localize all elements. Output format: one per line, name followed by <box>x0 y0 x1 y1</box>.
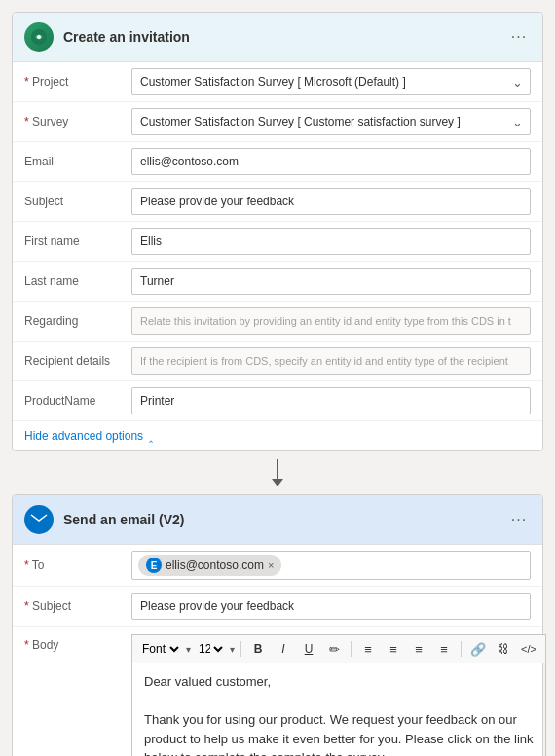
firstname-input[interactable] <box>131 228 531 255</box>
project-row: Project Customer Satisfaction Survey [ M… <box>13 62 542 102</box>
subject-label: Subject <box>24 195 131 208</box>
to-row: To E ellis@contoso.com × <box>13 545 542 587</box>
font-size-select[interactable]: 12 <box>195 641 226 657</box>
email-label: Email <box>24 155 131 168</box>
lastname-label: Last name <box>24 274 131 288</box>
survey-card: Create an invitation ··· Project Custome… <box>12 12 543 451</box>
lastname-row: Last name <box>13 262 542 302</box>
arrow-head <box>272 479 283 486</box>
link-button[interactable]: 🔗 <box>467 638 489 660</box>
recipient-details-input[interactable] <box>131 347 531 375</box>
toolbar-separator-3 <box>461 641 462 657</box>
email-subject-row: Subject <box>13 587 542 627</box>
email-subject-input[interactable] <box>131 593 531 620</box>
subject-input[interactable] <box>131 188 531 215</box>
recipient-details-label: Recipient details <box>24 354 131 368</box>
email-input[interactable] <box>131 148 531 175</box>
survey-card-body: Project Customer Satisfaction Survey [ M… <box>13 62 542 450</box>
email-tag-avatar: E <box>146 558 162 573</box>
toolbar-separator-1 <box>240 641 241 657</box>
email-card: Send an email (V2) ··· To E ellis@contos… <box>12 494 543 756</box>
arrow-stem <box>277 459 278 479</box>
bold-button[interactable]: B <box>247 638 269 660</box>
unlink-button[interactable]: ⛓ <box>493 638 514 660</box>
regarding-input[interactable] <box>131 307 531 335</box>
svg-rect-2 <box>31 514 47 525</box>
survey-row: Survey Customer Satisfaction Survey [ Cu… <box>13 102 542 142</box>
body-editor-content[interactable]: Dear valued customer, Thank you for usin… <box>131 663 546 756</box>
survey-dropdown-wrapper: Customer Satisfaction Survey [ Customer … <box>131 108 531 135</box>
ordered-list-button[interactable]: ≡ <box>357 638 379 660</box>
connector-arrow <box>12 451 543 494</box>
subject-row: Subject <box>13 182 542 222</box>
body-line2: Thank you for using our product. We requ… <box>144 710 534 756</box>
underline-button[interactable]: U <box>298 638 319 660</box>
fontsize-dropdown-icon: ▾ <box>230 644 235 655</box>
productname-input[interactable] <box>131 387 531 414</box>
email-card-header: Send an email (V2) ··· <box>13 495 542 545</box>
firstname-row: First name <box>13 222 542 262</box>
align-right-button[interactable]: ≡ <box>433 638 455 660</box>
regarding-label: Regarding <box>24 314 131 328</box>
to-input-wrapper[interactable]: E ellis@contoso.com × <box>131 551 531 580</box>
body-line1: Dear valued customer, <box>144 672 534 692</box>
project-dropdown[interactable]: Customer Satisfaction Survey [ Microsoft… <box>131 68 531 95</box>
email-tag-close-icon[interactable]: × <box>268 559 274 571</box>
project-label: Project <box>24 75 131 89</box>
email-subject-label: Subject <box>24 599 131 613</box>
survey-card-title: Create an invitation <box>63 29 507 45</box>
lastname-input[interactable] <box>131 268 531 295</box>
arrow-line <box>272 459 283 486</box>
firstname-label: First name <box>24 234 131 248</box>
italic-button[interactable]: I <box>273 638 294 660</box>
survey-dropdown[interactable]: Customer Satisfaction Survey [ Customer … <box>131 108 531 135</box>
font-dropdown-icon: ▾ <box>186 644 191 655</box>
code-button[interactable]: </> <box>518 638 539 660</box>
project-dropdown-wrapper: Customer Satisfaction Survey [ Microsoft… <box>131 68 531 95</box>
survey-label: Survey <box>24 115 131 128</box>
svg-point-1 <box>37 35 41 39</box>
survey-card-header: Create an invitation ··· <box>13 13 542 62</box>
body-toolbar: Font ▾ 12 ▾ B I U ✏ ≡ ≡ ≡ ≡ <box>131 634 546 663</box>
body-label: Body <box>24 634 131 652</box>
font-select[interactable]: Font <box>138 641 182 657</box>
productname-label: ProductName <box>24 394 131 408</box>
toolbar-separator-2 <box>351 641 352 657</box>
email-card-title: Send an email (V2) <box>63 512 507 527</box>
highlight-button[interactable]: ✏ <box>323 638 345 660</box>
to-label: To <box>24 558 131 572</box>
email-row: Email <box>13 142 542 182</box>
hide-advanced-options-toggle[interactable]: Hide advanced options ‸ <box>13 421 542 450</box>
body-row: Body Font ▾ 12 ▾ B I U ✏ <box>13 627 542 756</box>
hide-advanced-label: Hide advanced options <box>24 429 143 443</box>
email-card-icon <box>24 505 54 534</box>
email-tag-text: ellis@contoso.com <box>166 558 264 572</box>
survey-card-menu-button[interactable]: ··· <box>507 25 531 49</box>
email-card-body: To E ellis@contoso.com × Subject Body <box>13 545 542 756</box>
productname-row: ProductName <box>13 381 542 421</box>
survey-card-icon <box>24 22 54 52</box>
email-tag: E ellis@contoso.com × <box>138 555 281 576</box>
body-editor-section: Font ▾ 12 ▾ B I U ✏ ≡ ≡ ≡ ≡ <box>131 634 546 756</box>
recipient-details-row: Recipient details <box>13 342 542 381</box>
email-card-menu-button[interactable]: ··· <box>507 508 531 531</box>
align-left-button[interactable]: ≡ <box>408 638 429 660</box>
unordered-list-button[interactable]: ≡ <box>383 638 404 660</box>
chevron-up-icon: ‸ <box>149 429 153 443</box>
regarding-row: Regarding <box>13 302 542 342</box>
